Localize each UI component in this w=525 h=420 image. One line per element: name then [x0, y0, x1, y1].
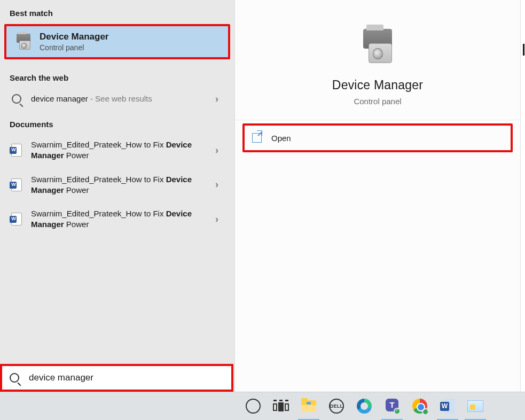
web-result-text: device manager - See web results: [31, 94, 215, 104]
cortana-icon: [246, 399, 261, 414]
best-match-text: Device Manager Control panel: [40, 32, 108, 52]
document-result[interactable]: Swarnim_Edited_Prateek_How to Fix Device…: [0, 168, 234, 203]
detail-hero: Device Manager Control panel: [235, 0, 520, 120]
search-input[interactable]: [29, 372, 224, 383]
document-title: Swarnim_Edited_Prateek_How to Fix Device…: [31, 139, 215, 161]
best-match-title: Device Manager: [40, 32, 108, 42]
section-header-documents: Documents: [0, 111, 234, 133]
web-search-result[interactable]: device manager - See web results ›: [0, 87, 234, 111]
open-action-highlight: Open: [242, 123, 513, 152]
file-explorer-icon: [301, 400, 316, 412]
web-result-query: device manager: [31, 94, 88, 103]
word-icon: W: [440, 399, 455, 414]
document-result[interactable]: Swarnim_Edited_Prateek_How to Fix Device…: [0, 133, 234, 168]
window-edge: [520, 0, 525, 392]
search-results-pane: Best match Device Manager Control panel …: [0, 0, 235, 392]
best-match-result[interactable]: Device Manager Control panel: [4, 24, 230, 59]
word-button[interactable]: W: [434, 392, 461, 421]
cortana-button[interactable]: [239, 392, 267, 421]
chevron-right-icon: ›: [215, 145, 225, 156]
teams-icon: T: [385, 399, 399, 414]
chrome-button[interactable]: [406, 392, 434, 421]
chevron-right-icon: ›: [215, 214, 225, 225]
detail-subtitle: Control panel: [354, 97, 401, 106]
word-doc-icon: [10, 212, 23, 226]
section-header-best-match: Best match: [0, 0, 234, 22]
dell-icon: DELL: [329, 399, 344, 414]
open-action[interactable]: Open: [246, 128, 510, 148]
document-title: Swarnim_Edited_Prateek_How to Fix Device…: [31, 174, 215, 196]
open-icon: [251, 132, 263, 144]
chrome-icon: [412, 399, 427, 414]
search-icon: [10, 92, 23, 106]
word-doc-icon: [10, 178, 23, 192]
task-view-button[interactable]: [267, 392, 295, 421]
snipping-tool-icon: [467, 400, 483, 412]
taskbar: DELL T W: [0, 392, 525, 420]
snipping-tool-button[interactable]: [461, 392, 489, 421]
edge-button[interactable]: [350, 392, 378, 421]
search-icon: [10, 373, 21, 383]
document-result[interactable]: Swarnim_Edited_Prateek_How to Fix Device…: [0, 202, 234, 237]
file-explorer-button[interactable]: [295, 392, 323, 421]
chevron-right-icon: ›: [215, 179, 225, 190]
device-manager-icon: [14, 32, 33, 51]
best-match-subtitle: Control panel: [40, 43, 108, 52]
open-label: Open: [271, 134, 291, 143]
scrollbar-handle[interactable]: [523, 44, 524, 56]
chevron-right-icon: ›: [215, 94, 225, 105]
detail-title: Device Manager: [332, 78, 423, 92]
edge-icon: [357, 399, 372, 414]
task-view-icon: [273, 400, 288, 413]
document-title: Swarnim_Edited_Prateek_How to Fix Device…: [31, 208, 215, 230]
web-result-suffix: - See web results: [88, 94, 152, 103]
result-detail-pane: Device Manager Control panel Open: [235, 0, 520, 392]
teams-button[interactable]: T: [378, 392, 406, 421]
word-doc-icon: [10, 143, 23, 157]
device-manager-icon: [357, 26, 398, 66]
section-header-web: Search the web: [0, 65, 234, 87]
dell-app-button[interactable]: DELL: [323, 392, 350, 421]
taskbar-search-box[interactable]: [0, 364, 233, 392]
